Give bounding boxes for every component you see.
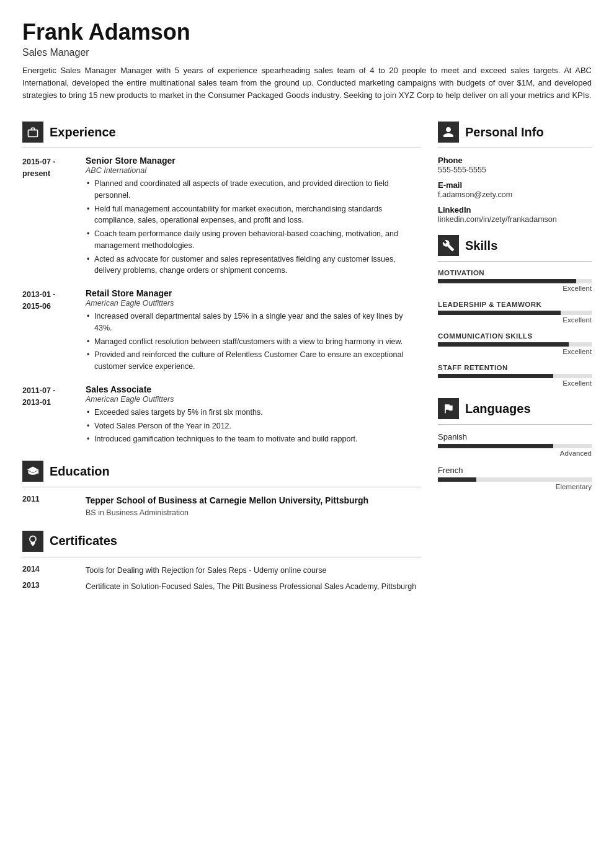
skill-bar-fill [438, 374, 553, 378]
skill-block: LEADERSHIP & TEAMWORKExcellent [438, 301, 592, 324]
exp-bullet: Held full management accountability for … [86, 203, 420, 227]
certificate-entry: 2014Tools for Dealing with Rejection for… [22, 565, 420, 577]
skill-block: MOTIVATIONExcellent [438, 269, 592, 292]
education-icon [22, 461, 43, 482]
language-block: FrenchElementary [438, 466, 592, 490]
skill-name: STAFF RETENTION [438, 364, 592, 371]
exp-bullets: Planned and coordinated all aspects of t… [86, 178, 420, 277]
lang-bar-bg [438, 444, 592, 448]
exp-bullet: Managed conflict resolution between staf… [86, 336, 420, 348]
education-title: Education [50, 464, 110, 479]
languages-divider [438, 424, 592, 425]
exp-bullets: Increased overall departmental sales by … [86, 311, 420, 373]
certificates-icon [22, 531, 43, 552]
exp-bullet: Acted as advocate for customer and sales… [86, 254, 420, 277]
cert-desc: Tools for Dealing with Rejection for Sal… [86, 565, 420, 577]
exp-content: Sales AssociateAmerican Eagle Outfitters… [86, 384, 420, 447]
education-entry: 2011Tepper School of Business at Carnegi… [22, 495, 420, 517]
experience-section-header: Experience [22, 122, 420, 143]
exp-bullet: Voted Sales Person of the Year in 2012. [86, 420, 420, 432]
skill-name: MOTIVATION [438, 269, 592, 277]
exp-content: Retail Store ManagerAmerican Eagle Outfi… [86, 288, 420, 374]
skills-icon [438, 235, 459, 256]
exp-company: American Eagle Outfitters [86, 299, 420, 308]
exp-bullet: Coach team performance daily using prove… [86, 228, 420, 252]
skills-title: Skills [465, 239, 497, 253]
certificate-entry: 2013Certificate in Solution-Focused Sale… [22, 581, 420, 593]
experience-entry: 2015-07 - presentSenior Store ManagerABC… [22, 156, 420, 278]
skill-block: STAFF RETENTIONExcellent [438, 364, 592, 387]
personal-info-block: E-mailf.adamson@zety.com [438, 180, 592, 199]
personal-info-section-header: Personal Info [438, 122, 592, 143]
experience-entries: 2015-07 - presentSenior Store ManagerABC… [22, 156, 420, 447]
experience-entry: 2013-01 - 2015-06Retail Store ManagerAme… [22, 288, 420, 374]
personal-info-divider [438, 148, 592, 148]
skill-level: Excellent [438, 285, 592, 292]
experience-title: Experience [50, 125, 116, 140]
languages-title: Languages [465, 402, 531, 416]
exp-content: Senior Store ManagerABC InternationalPla… [86, 156, 420, 278]
skill-name: COMMUNICATION SKILLS [438, 332, 592, 340]
exp-bullet: Introduced gamification techniques to th… [86, 433, 420, 445]
lang-bar-bg [438, 477, 592, 482]
pi-label: Phone [438, 156, 592, 165]
skill-level: Excellent [438, 379, 592, 387]
lang-bar-fill [438, 477, 476, 482]
exp-bullet: Planned and coordinated all aspects of t… [86, 178, 420, 202]
header-section: Frank Adamson Sales Manager Energetic Sa… [22, 20, 592, 102]
languages-section-header: Languages [438, 398, 592, 419]
pi-label: E-mail [438, 180, 592, 190]
education-section-header: Education [22, 461, 420, 482]
certificates-section-header: Certificates [22, 531, 420, 552]
edu-sub: BS in Business Administration [86, 508, 420, 517]
certificate-entries: 2014Tools for Dealing with Rejection for… [22, 565, 420, 593]
candidate-summary: Energetic Sales Manager Manager with 5 y… [22, 64, 592, 102]
skill-level: Excellent [438, 348, 592, 355]
skills-section-header: Skills [438, 235, 592, 256]
resume-wrapper: Frank Adamson Sales Manager Energetic Sa… [0, 0, 614, 868]
skill-bar-fill [438, 279, 576, 283]
lang-level: Advanced [438, 450, 592, 457]
skill-bar-fill [438, 342, 569, 347]
edu-degree: Tepper School of Business at Carnegie Me… [86, 495, 420, 507]
experience-icon [22, 122, 43, 143]
skill-bar-bg [438, 374, 592, 378]
skill-bar-bg [438, 342, 592, 347]
skill-name: LEADERSHIP & TEAMWORK [438, 301, 592, 308]
education-divider [22, 487, 420, 487]
personal-info-fields: Phone555-555-5555E-mailf.adamson@zety.co… [438, 156, 592, 224]
personal-info-icon [438, 122, 459, 143]
cert-year: 2014 [22, 565, 77, 577]
experience-entry: 2011-07 - 2013-01Sales AssociateAmerican… [22, 384, 420, 447]
languages-icon [438, 398, 459, 419]
right-column: Personal Info Phone555-555-5555E-mailf.a… [438, 122, 592, 598]
lang-name: Spanish [438, 432, 592, 441]
exp-job-title: Retail Store Manager [86, 288, 420, 298]
exp-bullets: Exceeded sales targets by 5% in first si… [86, 407, 420, 445]
skill-block: COMMUNICATION SKILLSExcellent [438, 332, 592, 355]
candidate-job-title: Sales Manager [22, 47, 592, 58]
skill-level: Excellent [438, 316, 592, 324]
personal-info-block: LinkedInlinkedin.com/in/zety/frankadamso… [438, 205, 592, 224]
candidate-name: Frank Adamson [22, 20, 592, 45]
exp-date: 2011-07 - 2013-01 [22, 384, 77, 447]
exp-date: 2013-01 - 2015-06 [22, 288, 77, 374]
lang-level: Elementary [438, 483, 592, 490]
language-block: SpanishAdvanced [438, 432, 592, 457]
experience-divider [22, 148, 420, 148]
lang-name: French [438, 466, 592, 475]
exp-job-title: Sales Associate [86, 384, 420, 394]
exp-date: 2015-07 - present [22, 156, 77, 278]
personal-info-title: Personal Info [465, 125, 544, 140]
exp-company: ABC International [86, 166, 420, 175]
skills-divider [438, 261, 592, 262]
exp-bullet: Exceeded sales targets by 5% in first si… [86, 407, 420, 418]
education-entries: 2011Tepper School of Business at Carnegi… [22, 495, 420, 517]
pi-value: linkedin.com/in/zety/frankadamson [438, 215, 592, 224]
language-entries: SpanishAdvancedFrenchElementary [438, 432, 592, 490]
skill-bar-bg [438, 279, 592, 283]
exp-bullet: Increased overall departmental sales by … [86, 311, 420, 334]
edu-content: Tepper School of Business at Carnegie Me… [86, 495, 420, 517]
skills-entries: MOTIVATIONExcellentLEADERSHIP & TEAMWORK… [438, 269, 592, 387]
left-column: Experience 2015-07 - presentSenior Store… [22, 122, 420, 598]
